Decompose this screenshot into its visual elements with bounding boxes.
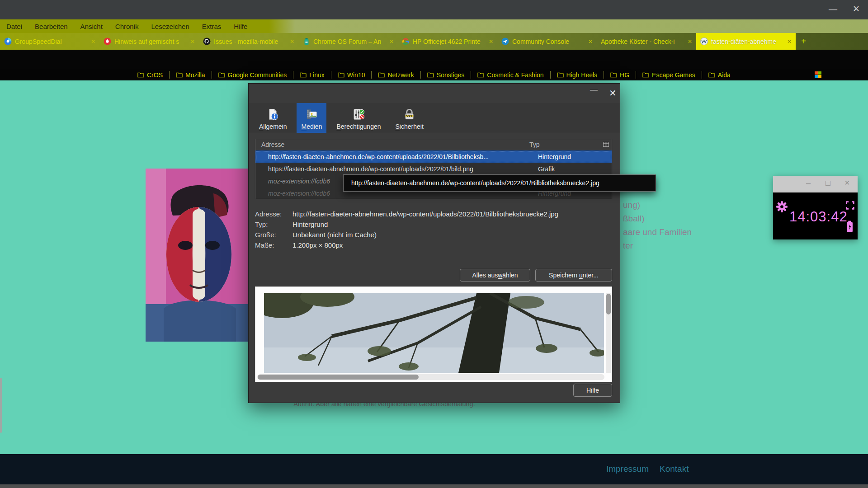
detail-label: Größe: — [255, 231, 292, 239]
bookmark-linux[interactable]: Linux — [293, 71, 331, 79]
page-info-dialog: — ✕ Allgemein Medien Berechtigungen Sich… — [248, 83, 620, 403]
tab-close-icon[interactable]: ✕ — [688, 38, 692, 45]
clock-time: 14:03:42 — [789, 209, 848, 225]
menu-bearbeiten[interactable]: Bearbeiten — [35, 23, 68, 30]
tab-groupspeeddial[interactable]: GroupSpeedDial ✕ — [0, 33, 99, 50]
folder-icon — [557, 72, 564, 78]
tab-github-issues[interactable]: Issues · mozilla-mobile ✕ — [199, 33, 298, 50]
bookmark-sonstiges[interactable]: Sonstiges — [421, 71, 471, 79]
fullscreen-icon[interactable] — [845, 201, 855, 212]
gear-icon[interactable] — [776, 201, 788, 215]
dialog-close-button[interactable]: ✕ — [609, 88, 617, 99]
scrollbar-thumb[interactable] — [606, 294, 611, 314]
dialog-tab-sicherheit[interactable]: Sicherheit — [391, 103, 428, 133]
permissions-icon — [353, 108, 365, 122]
media-row[interactable]: http://fasten-diaeten-abnehmen.de/wp-con… — [255, 150, 612, 163]
media-list-header[interactable]: Adresse Typ — [255, 139, 612, 150]
bookmark-win10[interactable]: Win10 — [331, 71, 372, 79]
media-preview-pane — [255, 286, 612, 382]
general-info-icon — [267, 108, 279, 122]
new-tab-button[interactable]: + — [796, 33, 812, 50]
tab-close-icon[interactable]: ✕ — [290, 38, 294, 45]
dialog-tab-berechtigungen[interactable]: Berechtigungen — [332, 103, 385, 133]
fire-icon — [104, 38, 111, 45]
nav-toolbar: ← → ⟳ ⌂ https://fasten-diaeten-abnehmen.… — [0, 50, 868, 69]
menubar: Datei Bearbeiten Ansicht Chronik Lesezei… — [0, 19, 868, 33]
detail-label: Adresse: — [255, 210, 292, 218]
clock-minimize-button[interactable]: – — [806, 178, 811, 188]
tab-hinweis[interactable]: Hinweis auf gemischt s ✕ — [99, 33, 199, 50]
tab-close-icon[interactable]: ✕ — [787, 38, 792, 45]
tab-community-console[interactable]: Community Console ✕ — [497, 33, 597, 50]
select-all-button[interactable]: Alles auswählen — [460, 269, 530, 282]
tree-preview-image — [264, 293, 604, 373]
page-scrollbar[interactable] — [0, 378, 2, 433]
menu-chronik[interactable]: Chronik — [115, 23, 139, 30]
footer-link-kontakt[interactable]: Kontakt — [660, 464, 689, 474]
column-picker-icon[interactable] — [603, 141, 612, 148]
window-close-button[interactable]: ✕ — [853, 4, 860, 14]
media-row[interactable]: https://fasten-diaeten-abnehmen.de/wp-co… — [255, 163, 612, 175]
menu-hilfe[interactable]: Hilfe — [234, 23, 247, 30]
tab-close-icon[interactable]: ✕ — [91, 38, 95, 45]
folder-icon — [137, 72, 144, 78]
help-button[interactable]: Hilfe — [573, 384, 612, 397]
preview-vertical-scrollbar[interactable] — [606, 293, 611, 373]
security-lock-icon — [403, 108, 415, 122]
forum-icon — [302, 38, 310, 45]
bookmark-hg[interactable]: HG — [604, 71, 636, 79]
folder-icon — [218, 72, 225, 78]
bookmark-google-communities[interactable]: Google Communities — [212, 71, 294, 79]
menu-ansicht[interactable]: Ansicht — [80, 23, 103, 30]
clock-widget: – □ × 14:03:42 — [773, 176, 858, 239]
tab-close-icon[interactable]: ✕ — [190, 38, 195, 45]
tab-hp-officejet[interactable]: HP Officejet 4622 Printe ✕ — [398, 33, 497, 50]
dialog-minimize-button[interactable]: — — [590, 85, 598, 94]
tab-fasten-diaeten-active[interactable]: fasten-diäten-abnehme ✕ — [696, 33, 796, 50]
bookmark-aida[interactable]: Aida — [702, 71, 737, 79]
bookmark-escape-games[interactable]: Escape Games — [636, 71, 702, 79]
tab-chromeos-forum[interactable]: Chrome OS Forum – An ✕ — [298, 33, 398, 50]
page-footer: Impressum Kontakt — [0, 454, 868, 484]
tab-apotheke[interactable]: Apotheke Köster - Check-i ✕ — [597, 33, 696, 50]
bookmark-cosmetic-fashion[interactable]: Cosmetic & Fashion — [471, 71, 550, 79]
colored-grid-icon[interactable] — [815, 71, 821, 78]
menu-datei[interactable]: Datei — [6, 23, 22, 30]
tab-close-icon[interactable]: ✕ — [389, 38, 394, 45]
media-icon — [306, 108, 318, 122]
dialog-tab-medien[interactable]: Medien — [297, 103, 326, 133]
detail-label: Typ: — [255, 221, 292, 228]
column-header-typ[interactable]: Typ — [529, 141, 603, 148]
folder-icon — [477, 72, 484, 78]
bookmarks-bar: CrOS Mozilla Google Communities Linux Wi… — [0, 69, 868, 80]
clock-close-button[interactable]: × — [844, 178, 850, 188]
github-icon — [203, 38, 211, 45]
scrollbar-thumb[interactable] — [258, 375, 419, 380]
save-as-button[interactable]: Speichern unter... — [535, 269, 612, 282]
menu-extras[interactable]: Extras — [202, 23, 222, 30]
tab-close-icon[interactable]: ✕ — [588, 38, 593, 45]
face-paint-image — [146, 169, 252, 342]
window-minimize-button[interactable]: — — [829, 4, 837, 14]
column-header-adresse[interactable]: Adresse — [255, 141, 529, 148]
battery-icon[interactable] — [846, 221, 853, 235]
clock-titlebar[interactable]: – □ × — [773, 176, 858, 192]
detail-value: Hintergrund — [292, 221, 558, 228]
bookmark-high-heels[interactable]: High Heels — [551, 71, 604, 79]
preview-horizontal-scrollbar[interactable] — [257, 374, 604, 380]
footer-link-impressum[interactable]: Impressum — [606, 464, 649, 474]
menu-lesezeichen[interactable]: Lesezeichen — [151, 23, 189, 30]
bookmark-cros[interactable]: CrOS — [131, 71, 170, 79]
dialog-tab-allgemein[interactable]: Allgemein — [255, 103, 291, 133]
tab-close-icon[interactable]: ✕ — [489, 38, 493, 45]
folder-icon — [176, 72, 183, 78]
bookmark-mozilla[interactable]: Mozilla — [170, 71, 212, 79]
console-icon — [501, 38, 509, 45]
detail-value: http://fasten-diaeten-abnehmen.de/wp-con… — [292, 210, 558, 218]
dialog-titlebar[interactable]: — ✕ — [249, 84, 620, 103]
folder-icon — [300, 72, 307, 78]
bottom-bar — [0, 484, 868, 488]
folder-icon — [378, 72, 385, 78]
bookmark-netzwerk[interactable]: Netzwerk — [372, 71, 420, 79]
clock-maximize-button[interactable]: □ — [826, 178, 830, 188]
